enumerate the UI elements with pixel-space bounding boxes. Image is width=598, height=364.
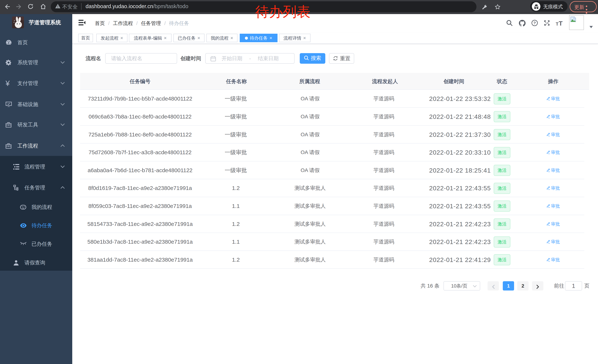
svg-text:T: T	[556, 22, 558, 26]
svg-text:T: T	[559, 20, 563, 26]
svg-text:?: ?	[533, 21, 536, 25]
